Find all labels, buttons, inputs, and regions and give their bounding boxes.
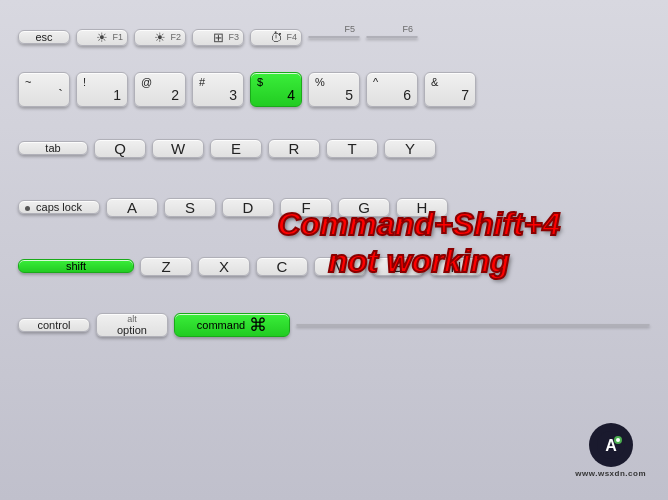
f4-icon: ⏱: [270, 30, 283, 45]
key-f6[interactable]: F6: [366, 36, 418, 38]
key-2[interactable]: @ 2: [134, 72, 186, 107]
key-f2[interactable]: ☀ F2: [134, 29, 186, 46]
key-tilde-top: ~: [25, 77, 75, 88]
watermark-logo: A: [589, 423, 633, 467]
key-tilde-bottom: `: [13, 88, 63, 102]
key-y-label: Y: [405, 140, 415, 157]
key-q-label: Q: [114, 140, 126, 157]
key-f1[interactable]: ☀ F1: [76, 29, 128, 46]
key-n-label: N: [451, 258, 462, 275]
f6-label: F6: [402, 24, 413, 34]
key-caps-label: caps lock: [36, 201, 82, 213]
caps-lock-indicator: [25, 206, 30, 211]
key-w[interactable]: W: [152, 139, 204, 158]
key-q[interactable]: Q: [94, 139, 146, 158]
key-4-top: $: [257, 77, 307, 88]
key-7[interactable]: & 7: [424, 72, 476, 107]
key-control-label: control: [37, 319, 70, 331]
key-tilde[interactable]: ~ `: [18, 72, 70, 107]
key-7-bottom: 7: [419, 88, 469, 102]
f2-icon: ☀: [154, 30, 166, 45]
key-command-label: command: [197, 319, 245, 331]
key-f-label: F: [301, 199, 310, 216]
key-3-top: #: [199, 77, 249, 88]
bottom-key-row: control alt option command ⌘: [18, 299, 650, 351]
key-s[interactable]: S: [164, 198, 216, 217]
key-6[interactable]: ^ 6: [366, 72, 418, 107]
key-a-label: A: [127, 199, 137, 216]
f3-label: F3: [228, 32, 239, 42]
key-z[interactable]: Z: [140, 257, 192, 276]
key-c-label: C: [277, 258, 288, 275]
key-esc-label: esc: [35, 31, 52, 43]
number-key-row: ~ ` ! 1 @ 2 # 3 $ 4 % 5 ^ 6 & 7: [18, 63, 650, 115]
command-icon: ⌘: [249, 314, 267, 336]
key-c[interactable]: C: [256, 257, 308, 276]
key-4-bottom: 4: [245, 88, 295, 102]
key-f4[interactable]: ⏱ F4: [250, 29, 302, 46]
key-t-label: T: [347, 140, 356, 157]
key-f5[interactable]: F5: [308, 36, 360, 38]
key-e-label: E: [231, 140, 241, 157]
key-6-bottom: 6: [361, 88, 411, 102]
key-1[interactable]: ! 1: [76, 72, 128, 107]
key-n[interactable]: N: [430, 257, 482, 276]
key-t[interactable]: T: [326, 139, 378, 158]
key-g[interactable]: G: [338, 198, 390, 217]
qwerty-row: tab Q W E R T Y: [18, 122, 650, 174]
key-tab-label: tab: [45, 142, 60, 154]
key-x-label: X: [219, 258, 229, 275]
key-g-label: G: [358, 199, 370, 216]
key-2-bottom: 2: [129, 88, 179, 102]
asdf-row: caps lock A S D F G H: [18, 181, 650, 233]
key-z-label: Z: [161, 258, 170, 275]
key-x[interactable]: X: [198, 257, 250, 276]
key-6-top: ^: [373, 77, 423, 88]
key-shift[interactable]: shift: [18, 259, 134, 273]
key-tab[interactable]: tab: [18, 141, 88, 155]
key-b[interactable]: B: [372, 257, 424, 276]
key-option-label: option: [117, 324, 147, 336]
key-y[interactable]: Y: [384, 139, 436, 158]
key-1-top: !: [83, 77, 133, 88]
key-r[interactable]: R: [268, 139, 320, 158]
key-control[interactable]: control: [18, 318, 90, 332]
key-command[interactable]: command ⌘: [174, 313, 290, 337]
svg-point-3: [616, 438, 620, 442]
key-d[interactable]: D: [222, 198, 274, 217]
key-5-top: %: [315, 77, 365, 88]
key-v-label: V: [335, 258, 345, 275]
key-alt-label: alt: [127, 314, 137, 324]
appuals-logo-icon: A: [596, 430, 626, 460]
key-option[interactable]: alt option: [96, 313, 168, 337]
keyboard-container: esc ☀ F1 ☀ F2 ⊞ F3 ⏱ F4 F5 F6 ~ `: [0, 0, 668, 500]
key-h-label: H: [417, 199, 428, 216]
key-v[interactable]: V: [314, 257, 366, 276]
key-s-label: S: [185, 199, 195, 216]
key-f3[interactable]: ⊞ F3: [192, 29, 244, 46]
key-1-bottom: 1: [71, 88, 121, 102]
key-h[interactable]: H: [396, 198, 448, 217]
key-f[interactable]: F: [280, 198, 332, 217]
function-key-row: esc ☀ F1 ☀ F2 ⊞ F3 ⏱ F4 F5 F6: [18, 18, 650, 56]
f2-label: F2: [170, 32, 181, 42]
f3-icon: ⊞: [213, 30, 224, 45]
key-space[interactable]: [296, 324, 650, 326]
watermark-site: www.wsxdn.com: [575, 469, 646, 478]
key-w-label: W: [171, 140, 185, 157]
key-a[interactable]: A: [106, 198, 158, 217]
key-3[interactable]: # 3: [192, 72, 244, 107]
key-esc[interactable]: esc: [18, 30, 70, 44]
f1-label: F1: [112, 32, 123, 42]
key-e[interactable]: E: [210, 139, 262, 158]
f5-label: F5: [344, 24, 355, 34]
key-4[interactable]: $ 4: [250, 72, 302, 107]
f1-icon: ☀: [96, 30, 108, 45]
key-2-top: @: [141, 77, 191, 88]
key-b-label: B: [393, 258, 403, 275]
key-7-top: &: [431, 77, 481, 88]
key-3-bottom: 3: [187, 88, 237, 102]
key-5[interactable]: % 5: [308, 72, 360, 107]
watermark: A www.wsxdn.com: [575, 423, 646, 478]
key-caps-lock[interactable]: caps lock: [18, 200, 100, 214]
